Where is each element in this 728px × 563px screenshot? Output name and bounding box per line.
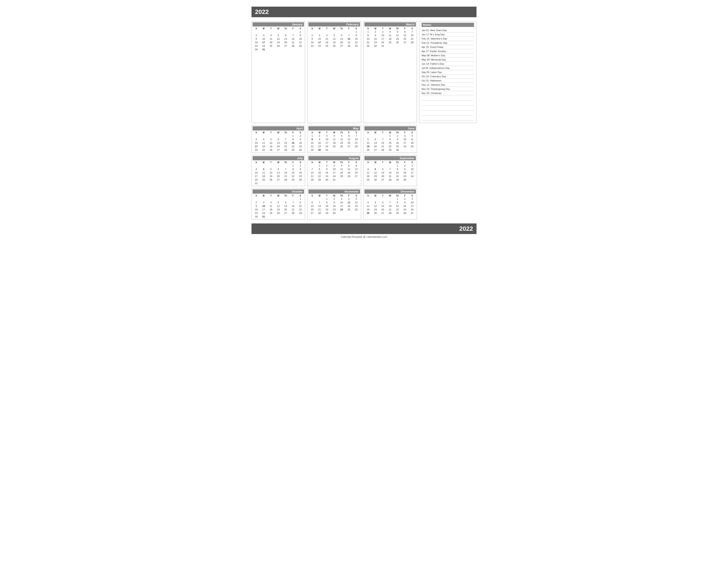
november-block: November SMTWThFS 12345 6789101112 13141… bbox=[307, 188, 361, 219]
notes-blank-3 bbox=[422, 106, 474, 111]
october-title: October bbox=[253, 189, 304, 194]
notes-block: Notes: Jan 01: New Years Day Jan 17: M L… bbox=[419, 21, 477, 123]
september-title: September bbox=[364, 156, 416, 160]
holiday-sep05: Sep 05: Labor Day bbox=[422, 70, 474, 74]
row-3: July SMTWThFS 12 3456789 10111213141516 … bbox=[251, 155, 477, 186]
january-title: January bbox=[253, 22, 304, 26]
holiday-dec25: Dec 25: Christmas bbox=[422, 91, 474, 95]
year-footer: 2022 bbox=[251, 223, 477, 234]
holiday-oct10: Oct 10: Columbus Day bbox=[422, 74, 474, 79]
holiday-nov11: Nov 11: Veterans Day bbox=[422, 83, 474, 87]
row-2: April SMTWThFS 12 3456789 10111213141516… bbox=[251, 125, 477, 153]
november-table: SMTWThFS 12345 6789101112 13141516171819… bbox=[308, 194, 360, 215]
holiday-jan17: Jan 17: M L King Day bbox=[422, 32, 474, 37]
september-block: September SMTWThFS 123 45678910 11121314… bbox=[363, 155, 417, 186]
row4-empty bbox=[419, 188, 477, 219]
holiday-jan01: Jan 01: New Years Day bbox=[422, 28, 474, 32]
holiday-oct31: Oct 31: Halloween bbox=[422, 79, 474, 83]
june-title: June bbox=[364, 126, 416, 130]
footer-credit: CalendarTemplate @ calendarlabs.com bbox=[251, 235, 477, 238]
july-block: July SMTWThFS 12 3456789 10111213141516 … bbox=[251, 155, 305, 186]
january-table: SMTWThFS 1 2345678 9101112131415 1617181… bbox=[253, 27, 304, 51]
march-block: March SMTWThFS 1234567 891011121314 1516… bbox=[363, 21, 417, 123]
holiday-nov24: Nov 24: Thanksgiving Day bbox=[422, 87, 474, 91]
april-block: April SMTWThFS 12 3456789 10111213141516… bbox=[251, 125, 305, 153]
notes-title: Notes: bbox=[422, 23, 474, 27]
august-title: August bbox=[308, 156, 360, 160]
january-block: January SMTWThFS 1 2345678 9101112131415… bbox=[251, 21, 305, 123]
notes-blank-5 bbox=[422, 116, 474, 121]
july-title: July bbox=[253, 156, 304, 160]
august-table: SMTWThFS 123456 78910111213 141516171819… bbox=[308, 161, 360, 181]
notes-blank-2 bbox=[422, 101, 474, 105]
holiday-may08: May 08: Mother’s Day bbox=[422, 53, 474, 58]
december-table: SMTWThFS 123 45678910 11121314151617 181… bbox=[364, 194, 416, 215]
row2-empty bbox=[419, 125, 477, 153]
march-table: SMTWThFS 1234567 891011121314 1516171819… bbox=[364, 27, 416, 48]
year-label: 2022 bbox=[255, 8, 269, 15]
row-1: January SMTWThFS 1 2345678 9101112131415… bbox=[251, 21, 477, 123]
december-title: December bbox=[364, 189, 416, 194]
february-title: February bbox=[308, 22, 360, 26]
june-table: SMTWThFS 1234 567891011 12131415161718 1… bbox=[364, 131, 416, 152]
march-title: March bbox=[364, 22, 416, 26]
row3-empty bbox=[419, 155, 477, 186]
june-block: June SMTWThFS 1234 567891011 12131415161… bbox=[363, 125, 417, 153]
may-table: SMTWThFS 1234567 891011121314 1516171819… bbox=[308, 131, 360, 152]
notes-blank-1 bbox=[422, 96, 474, 100]
february-block: February SMTWThFS 1 2345678 910111213141… bbox=[307, 21, 361, 123]
october-table: SMTWThFS 1 2345678 9101112131415 1617181… bbox=[253, 194, 304, 218]
may-title: May bbox=[308, 126, 360, 130]
december-block: December SMTWThFS 123 45678910 111213141… bbox=[363, 188, 417, 219]
row-4: October SMTWThFS 1 2345678 9101112131415… bbox=[251, 188, 477, 219]
april-table: SMTWThFS 12 3456789 10111213141516 17181… bbox=[253, 131, 304, 152]
holiday-jul04: Jul 04: Independence Day bbox=[422, 66, 474, 70]
october-block: October SMTWThFS 1 2345678 9101112131415… bbox=[251, 188, 305, 219]
year-footer-label: 2022 bbox=[459, 225, 473, 232]
holiday-jun19: Jun 19: Father’s Day bbox=[422, 62, 474, 66]
february-table: SMTWThFS 1 2345678 9101112131415 1617181… bbox=[308, 27, 360, 48]
holiday-apr17: Apr 17: Easter Sunday bbox=[422, 49, 474, 53]
may-block: May SMTWThFS 1234567 891011121314 151617… bbox=[307, 125, 361, 153]
august-block: August SMTWThFS 123456 78910111213 14151… bbox=[307, 155, 361, 186]
holiday-feb14: Feb 14: Valentine’s Day bbox=[422, 37, 474, 41]
year-header: 2022 bbox=[251, 7, 477, 17]
september-table: SMTWThFS 123 45678910 11121314151617 181… bbox=[364, 161, 416, 181]
april-title: April bbox=[253, 126, 304, 130]
holiday-apr15: Apr 15: Good Friday bbox=[422, 45, 474, 49]
july-table: SMTWThFS 12 3456789 10111213141516 17181… bbox=[253, 161, 304, 185]
holiday-may30: May 30: Memorial Day bbox=[422, 58, 474, 62]
footer-credit-text: CalendarTemplate @ calendarlabs.com bbox=[341, 235, 387, 238]
november-title: November bbox=[308, 189, 360, 194]
holiday-feb21: Feb 21: Presidents’ Day bbox=[422, 41, 474, 45]
notes-blank-4 bbox=[422, 111, 474, 116]
